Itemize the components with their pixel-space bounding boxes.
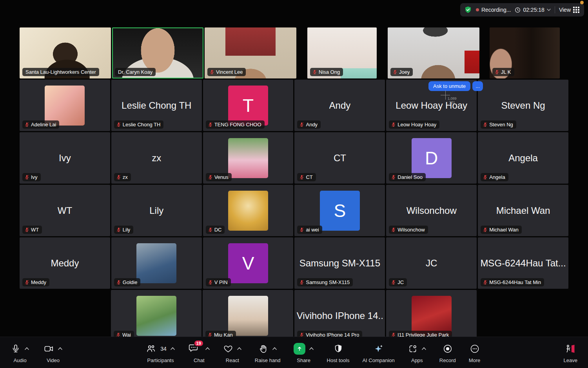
participant-name-label: WT xyxy=(31,227,39,233)
participant-name-label: Wilsonchow xyxy=(397,227,425,233)
ask-to-unmute-button[interactable]: Ask to unmute xyxy=(428,81,470,91)
participant-tile[interactable]: Ivy Ivy xyxy=(20,132,110,184)
participant-name-label: Daniel Soo xyxy=(397,174,423,180)
cursor-position-overlay: 1,089 231 xyxy=(441,90,458,106)
participant-tile[interactable]: Venus xyxy=(203,132,294,184)
security-shield-icon[interactable] xyxy=(464,6,472,14)
chevron-up-icon[interactable] xyxy=(58,347,63,350)
participant-tile[interactable]: Wilsonchow Wilsonchow xyxy=(386,185,477,236)
share-button[interactable]: Share xyxy=(289,342,319,363)
participant-tile[interactable]: MSG-6244Hau Tat... MSG-6244Hau Tat Min xyxy=(478,237,568,289)
participant-video-tile[interactable]: JL K xyxy=(490,27,560,78)
apps-icon xyxy=(408,344,418,354)
video-tiles-row: Santa Lau-Lightworkers Center Dr. Caryn … xyxy=(20,27,568,78)
mic-muted-icon xyxy=(116,175,121,180)
name-tag: Leow Hoay Hoay xyxy=(389,120,439,129)
participant-tile[interactable]: Adeline Lai xyxy=(20,80,110,131)
chat-button[interactable]: 19 Chat xyxy=(183,342,215,363)
unmute-more-button[interactable]: ... xyxy=(472,81,483,91)
participants-label: Participants xyxy=(147,357,174,363)
participant-video-tile[interactable]: Vincent Lee xyxy=(205,27,296,78)
participant-tile[interactable]: Leslie Chong TH Leslie Chong TH xyxy=(111,80,202,131)
participant-display-name: Meddy xyxy=(51,258,79,269)
participant-name-label: Leow Hoay Hoay xyxy=(397,122,436,128)
photo-avatar xyxy=(136,243,176,283)
participant-tile[interactable]: Goldie xyxy=(111,237,202,289)
participant-tile[interactable]: WT WT xyxy=(20,185,110,236)
chevron-up-icon[interactable] xyxy=(421,347,426,350)
participant-name-label: Joey xyxy=(399,69,410,75)
react-button[interactable]: React xyxy=(218,342,247,363)
meeting-timer[interactable]: 02:25:18 xyxy=(515,7,551,13)
mic-muted-icon xyxy=(312,69,317,75)
participant-video-tile[interactable]: Joey xyxy=(388,27,479,78)
leave-button[interactable]: Leave xyxy=(559,342,583,363)
camera-icon xyxy=(44,344,54,354)
participant-tile[interactable]: DC xyxy=(203,185,294,236)
chevron-up-icon[interactable] xyxy=(309,347,314,350)
more-button[interactable]: More xyxy=(464,342,486,363)
participant-tile[interactable]: D Daniel Soo xyxy=(386,132,477,184)
name-tag: CT xyxy=(297,173,316,181)
apps-button[interactable]: Apps xyxy=(403,342,432,363)
participants-button[interactable]: 34 Participants xyxy=(141,342,180,363)
participant-video-tile[interactable]: Dr. Caryn Koay xyxy=(112,27,203,78)
participant-tile[interactable]: V V PIN xyxy=(203,237,294,289)
host-tools-button[interactable]: Host tools xyxy=(322,342,355,363)
video-button[interactable]: Video xyxy=(38,342,68,363)
gallery-grid-icon xyxy=(573,7,579,13)
participant-tile[interactable]: I11 Privilege Julie Park xyxy=(386,290,477,341)
raise-hand-button[interactable]: Raise hand xyxy=(250,342,286,363)
chevron-up-icon[interactable] xyxy=(205,347,210,350)
chat-label: Chat xyxy=(194,357,204,363)
record-label: Record xyxy=(439,357,456,363)
participant-tile[interactable]: Vivihoho IPhone 14... Vivihoho IPhone 14… xyxy=(294,290,385,341)
name-tag: Samsung SM-X115 xyxy=(297,278,353,286)
audio-label: Audio xyxy=(13,357,26,363)
chevron-up-icon[interactable] xyxy=(272,347,277,350)
participant-display-name: Michael Wan xyxy=(496,205,550,216)
participant-tile[interactable]: Samsung SM-X115 Samsung SM-X115 xyxy=(294,237,385,289)
participant-name-label: Andy xyxy=(306,122,318,128)
chevron-up-icon[interactable] xyxy=(237,347,242,350)
view-button[interactable]: View xyxy=(559,7,579,13)
participant-tile[interactable]: T TENG FONG CHOO xyxy=(203,80,294,131)
heart-icon xyxy=(223,344,233,354)
participant-tile[interactable]: Wai xyxy=(111,290,201,341)
react-label: React xyxy=(226,357,239,363)
mic-muted-icon xyxy=(483,122,488,127)
participant-name-label: MSG-6244Hau Tat Min xyxy=(489,279,541,285)
name-tag: WT xyxy=(22,226,42,234)
audio-button[interactable]: Audio xyxy=(5,342,34,363)
name-tag: ai wei xyxy=(297,226,322,234)
participant-tile[interactable]: S ai wei xyxy=(294,185,385,236)
participant-tile[interactable]: Lily Lily xyxy=(111,185,202,236)
record-button[interactable]: Record xyxy=(434,342,461,363)
participant-video-tile[interactable]: Santa Lau-Lightworkers Center xyxy=(20,27,111,78)
mic-muted-icon xyxy=(494,69,499,75)
participant-tile[interactable]: Angela Angela xyxy=(478,132,568,184)
mic-muted-icon xyxy=(483,280,488,285)
bottom-toolbar: Audio Video 34 xyxy=(0,337,588,368)
participant-tile[interactable]: CT CT xyxy=(294,132,385,184)
participant-tile[interactable]: JC JC xyxy=(386,237,477,289)
mic-muted-icon xyxy=(208,122,213,127)
gallery-row: Adeline Lai Leslie Chong TH Leslie Chong… xyxy=(20,80,568,131)
chevron-up-icon[interactable] xyxy=(24,347,29,350)
divider xyxy=(555,6,555,13)
name-tag: Dr. Caryn Koay xyxy=(115,68,156,76)
recording-indicator[interactable]: Recording... xyxy=(476,7,511,13)
participant-name-label: TENG FONG CHOO xyxy=(214,122,261,128)
chevron-up-icon[interactable] xyxy=(170,347,175,350)
participant-tile[interactable]: Meddy Meddy xyxy=(20,237,110,289)
participant-tile[interactable]: Andy Andy xyxy=(294,80,385,131)
ai-companion-button[interactable]: AI Companion xyxy=(357,342,399,363)
recording-label: Recording... xyxy=(481,7,511,13)
mic-muted-icon xyxy=(208,175,213,180)
participant-tile[interactable]: Miu Kan xyxy=(203,290,293,341)
participant-video-tile[interactable]: Nisa Ong xyxy=(307,27,377,78)
participant-tile[interactable]: Michael Wan Michael Wan xyxy=(478,185,568,236)
participant-tile[interactable]: Steven Ng Steven Ng xyxy=(478,80,568,131)
name-tag: Santa Lau-Lightworkers Center xyxy=(22,68,99,76)
participant-tile[interactable]: zx zx xyxy=(111,132,202,184)
